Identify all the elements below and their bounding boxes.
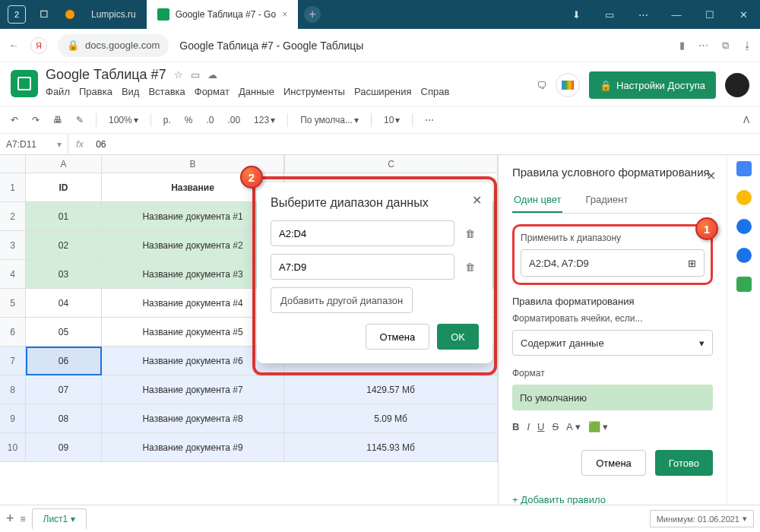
meet-icon[interactable]	[556, 73, 580, 97]
italic-icon[interactable]: I	[527, 421, 530, 432]
cell[interactable]: 06	[26, 347, 102, 375]
download-icon[interactable]: ⭳	[743, 40, 752, 52]
browser-tab-lumpics[interactable]: Lumpics.ru	[81, 0, 147, 29]
calendar-icon[interactable]	[736, 161, 752, 176]
cell[interactable]: ID	[26, 173, 102, 202]
cell[interactable]: 08	[26, 404, 102, 433]
rule-condition-dropdown[interactable]: Содержит данные▾	[512, 330, 713, 356]
bold-icon[interactable]: B	[512, 421, 519, 432]
cell[interactable]: 09	[26, 433, 102, 462]
doc-title[interactable]: Google Таблица #7	[46, 67, 166, 83]
bookmark-icon[interactable]: ▮	[679, 40, 685, 52]
underline-icon[interactable]: U	[537, 421, 544, 432]
font-dropdown[interactable]: По умолча... ▾	[296, 112, 363, 128]
row-header[interactable]: 8	[0, 375, 26, 404]
add-rule-button[interactable]: + Добавить правило	[512, 486, 713, 505]
cell[interactable]: 05	[26, 318, 102, 347]
add-range-button[interactable]: Добавить другой диапазон	[271, 287, 413, 313]
menu-insert[interactable]: Вставка	[148, 86, 185, 97]
more-tools-icon[interactable]: ⋯	[420, 112, 439, 128]
row-header[interactable]: 3	[0, 231, 26, 260]
percent-button[interactable]: %	[180, 112, 198, 128]
number-format-dropdown[interactable]: 123 ▾	[249, 112, 280, 128]
sheet-tab[interactable]: Лист1 ▾	[32, 508, 87, 529]
panel-done-button[interactable]: Готово	[655, 450, 713, 476]
col-header[interactable]: C	[284, 155, 498, 173]
menu-extensions[interactable]: Расширения	[354, 86, 412, 97]
fill-color-icon[interactable]: 🟩 ▾	[588, 421, 609, 432]
dialog-close-icon[interactable]: ✕	[472, 193, 482, 207]
row-header[interactable]: 1	[0, 173, 26, 202]
col-header[interactable]: A	[26, 155, 102, 173]
cell[interactable]: 01	[26, 202, 102, 231]
currency-button[interactable]: р.	[159, 112, 176, 128]
dialog-ok-button[interactable]: OK	[437, 324, 479, 350]
extensions-icon[interactable]: ⧉	[722, 40, 729, 52]
footer-filter[interactable]: Минимум: 01.06.2021 ▾	[650, 510, 754, 527]
panel-cancel-button[interactable]: Отмена	[581, 450, 646, 476]
collapse-toolbar-icon[interactable]: ᐱ	[739, 112, 754, 128]
font-size-dropdown[interactable]: 10 ▾	[379, 112, 404, 128]
format-preview[interactable]: По умолчанию	[512, 385, 713, 410]
row-header[interactable]: 2	[0, 202, 26, 231]
grid-select-icon[interactable]: ⊞	[688, 258, 696, 269]
zoom-dropdown[interactable]: 100% ▾	[104, 112, 143, 128]
cell[interactable]: 03	[26, 260, 102, 289]
row-header[interactable]: 9	[0, 404, 26, 433]
cell[interactable]: 02	[26, 231, 102, 260]
dec-increase-button[interactable]: .00	[223, 112, 245, 128]
account-icon[interactable]: ▭	[593, 0, 626, 29]
menu-data[interactable]: Данные	[239, 86, 274, 97]
add-sheet-icon[interactable]: +	[6, 511, 14, 527]
back-icon[interactable]: ←	[8, 40, 20, 52]
cell[interactable]: 1429.57 Мб	[284, 375, 498, 404]
keep-icon[interactable]	[736, 190, 752, 205]
url-field[interactable]: 🔒 docs.google.com	[58, 34, 169, 57]
undo-icon[interactable]: ↶	[6, 112, 23, 128]
menu-help[interactable]: Справ	[421, 86, 450, 97]
tab-gradient[interactable]: Градиент	[584, 188, 629, 213]
tab-single-color[interactable]: Один цвет	[512, 188, 562, 213]
sidebar-icon[interactable]	[33, 2, 57, 27]
history-icon[interactable]: 🗨	[537, 80, 546, 91]
cell[interactable]: Название документа #7	[102, 375, 284, 404]
menu-format[interactable]: Формат	[195, 86, 230, 97]
cell[interactable]: Название документа #8	[102, 404, 284, 433]
range-input-2[interactable]	[271, 254, 454, 280]
row-header[interactable]: 10	[0, 433, 26, 462]
cell[interactable]: 1145.93 Мб	[284, 433, 498, 462]
more-icon[interactable]: ⋯	[698, 40, 708, 52]
panel-close-icon[interactable]: ✕	[706, 169, 716, 183]
row-header[interactable]: 4	[0, 260, 26, 289]
name-box[interactable]: A7:D11▾	[0, 134, 68, 154]
delete-range-icon[interactable]: 🗑	[461, 261, 479, 273]
browser-tab-sheets[interactable]: Google Таблица #7 - Go ×	[147, 0, 298, 29]
text-color-icon[interactable]: A ▾	[566, 421, 581, 432]
star-icon[interactable]: ☆	[174, 69, 183, 81]
paint-icon[interactable]: ✎	[71, 112, 88, 128]
cell[interactable]: 04	[26, 289, 102, 318]
dec-decrease-button[interactable]: .0	[201, 112, 218, 128]
menu-icon[interactable]: ⋯	[626, 0, 660, 29]
home-icon[interactable]: 2	[8, 5, 26, 24]
all-sheets-icon[interactable]: ≡	[21, 514, 26, 524]
maximize-icon[interactable]: ☐	[693, 0, 727, 29]
range-input[interactable]: A2:D4, A7:D9 ⊞	[521, 249, 705, 277]
range-input-1[interactable]	[271, 220, 454, 246]
cloud-icon[interactable]: ☁	[207, 69, 217, 81]
print-icon[interactable]: 🖶	[49, 112, 67, 128]
dialog-cancel-button[interactable]: Отмена	[366, 324, 430, 350]
share-button[interactable]: 🔒Настройки Доступа	[589, 71, 716, 99]
maps-icon[interactable]	[736, 277, 752, 292]
row-header[interactable]: 6	[0, 318, 26, 347]
tab-close-icon[interactable]: ×	[282, 9, 287, 20]
menu-file[interactable]: Файл	[46, 86, 70, 97]
cell[interactable]: 5.09 Мб	[284, 404, 498, 433]
menu-edit[interactable]: Правка	[79, 86, 112, 97]
menu-view[interactable]: Вид	[122, 86, 140, 97]
yandex-icon[interactable]: Я	[30, 37, 47, 54]
menu-tools[interactable]: Инструменты	[283, 86, 345, 97]
tasks-icon[interactable]	[736, 219, 752, 234]
avatar[interactable]	[725, 73, 749, 97]
redo-icon[interactable]: ↷	[27, 112, 44, 128]
